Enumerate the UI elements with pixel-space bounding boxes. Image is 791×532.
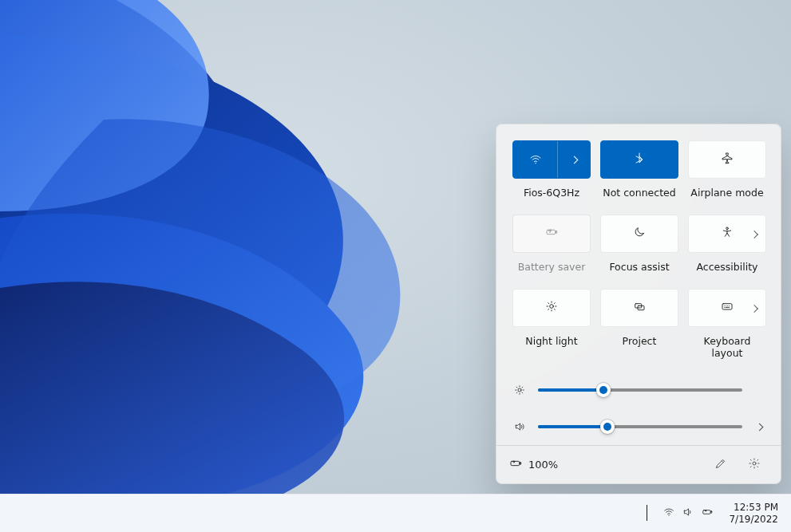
- svg-point-4: [726, 227, 729, 230]
- tile-keyboard-layout: Keyboard layout: [688, 289, 766, 359]
- accessibility-toggle[interactable]: [688, 215, 766, 253]
- keyboard-flyout-icon: [750, 305, 758, 313]
- volume-slider[interactable]: [538, 420, 742, 434]
- brightness-icon: [545, 300, 558, 316]
- tile-bluetooth: Not connected: [600, 140, 678, 199]
- brightness-slider-icon: [512, 384, 527, 396]
- quick-settings-footer: 100%: [496, 445, 781, 483]
- accessibility-label: Accessibility: [697, 261, 758, 273]
- svg-point-12: [753, 462, 756, 465]
- pencil-icon: [714, 457, 727, 473]
- wifi-label: Fios-6Q3Hz: [524, 187, 579, 199]
- svg-rect-3: [556, 231, 556, 234]
- keyboard-layout-toggle[interactable]: [688, 289, 766, 327]
- volume-slider-icon: [512, 421, 527, 432]
- bluetooth-label: Not connected: [603, 187, 675, 199]
- clock-time: 12:53 PM: [729, 502, 778, 514]
- project-toggle[interactable]: [600, 289, 678, 327]
- footer-battery-status[interactable]: 100%: [509, 457, 701, 472]
- battery-saver-label: Battery saver: [518, 261, 586, 273]
- bluetooth-toggle[interactable]: [600, 140, 678, 179]
- tray-clock[interactable]: 12:53 PM 7/19/2022: [722, 498, 783, 530]
- bluetooth-icon: [633, 152, 646, 167]
- open-settings-button[interactable]: [741, 452, 768, 478]
- battery-saver-toggle: [512, 215, 591, 253]
- tray-overflow-button[interactable]: [640, 498, 654, 530]
- focus-assist-label: Focus assist: [609, 261, 669, 273]
- wifi-icon: [513, 141, 558, 178]
- battery-saver-icon: [545, 226, 558, 242]
- quick-settings-grid: Fios-6Q3Hz Not connected Airplane: [512, 140, 765, 359]
- airplane-label: Airplane mode: [690, 187, 763, 199]
- tile-wifi: Fios-6Q3Hz: [512, 140, 591, 199]
- wifi-toggle[interactable]: [512, 140, 591, 179]
- moon-icon: [633, 226, 646, 242]
- tile-airplane: Airplane mode: [688, 140, 766, 199]
- tile-focus-assist: Focus assist: [600, 215, 678, 273]
- focus-assist-toggle[interactable]: [600, 215, 678, 253]
- keyboard-icon: [721, 300, 734, 316]
- gear-icon: [748, 457, 761, 473]
- battery-icon: [509, 457, 522, 472]
- svg-point-5: [550, 305, 554, 309]
- svg-rect-10: [511, 461, 520, 465]
- tile-night-light: Night light: [512, 289, 591, 359]
- tile-battery-saver: Battery saver: [512, 215, 591, 273]
- tray-battery-icon: [702, 506, 713, 521]
- clock-date: 7/19/2022: [729, 514, 778, 526]
- volume-slider-row: [512, 420, 765, 434]
- accessibility-flyout-icon: [750, 231, 758, 238]
- tray-volume-icon: [682, 506, 694, 521]
- brightness-slider[interactable]: [538, 383, 742, 397]
- project-icon: [633, 300, 646, 316]
- quick-settings-panel: Fios-6Q3Hz Not connected Airplane: [496, 124, 781, 484]
- volume-flyout-button[interactable]: [753, 424, 765, 430]
- sliders-section: [512, 383, 765, 434]
- tile-project: Project: [600, 289, 678, 359]
- airplane-toggle[interactable]: [688, 140, 766, 179]
- airplane-icon: [721, 152, 734, 167]
- tile-accessibility: Accessibility: [688, 215, 766, 273]
- svg-rect-8: [722, 304, 732, 309]
- tray-wifi-icon: [663, 506, 674, 521]
- tray-status-area[interactable]: [655, 498, 721, 530]
- battery-percent-text: 100%: [528, 459, 558, 471]
- chevron-up-icon: [647, 506, 647, 521]
- svg-rect-11: [520, 463, 520, 465]
- accessibility-icon: [721, 226, 734, 242]
- project-label: Project: [623, 335, 657, 347]
- quick-settings-body: Fios-6Q3Hz Not connected Airplane: [496, 124, 781, 445]
- svg-point-9: [518, 388, 521, 392]
- svg-rect-14: [703, 510, 710, 514]
- svg-rect-15: [711, 511, 712, 513]
- keyboard-layout-label: Keyboard layout: [688, 335, 766, 359]
- brightness-slider-row: [512, 383, 765, 397]
- taskbar: 12:53 PM 7/19/2022: [0, 494, 791, 532]
- svg-point-13: [669, 515, 670, 516]
- night-light-toggle[interactable]: [512, 289, 591, 327]
- edit-quick-settings-button[interactable]: [707, 452, 734, 478]
- night-light-label: Night light: [525, 335, 577, 347]
- wifi-flyout-button[interactable]: [558, 141, 590, 178]
- svg-point-1: [535, 163, 536, 164]
